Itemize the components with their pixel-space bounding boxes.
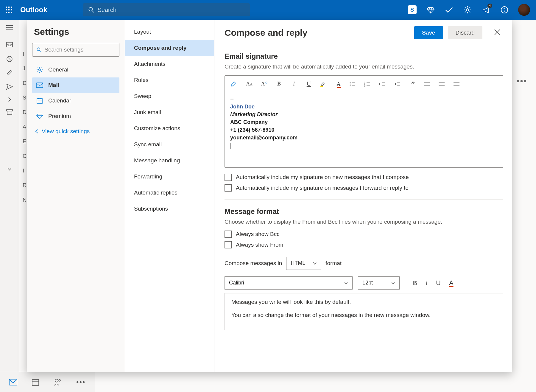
compose-format-dropdown[interactable]: HTML	[286, 257, 321, 270]
svg-point-28	[37, 48, 40, 51]
indent-icon[interactable]	[394, 81, 402, 87]
subnav-message-handling[interactable]: Message handling	[125, 153, 214, 169]
font-color-icon[interactable]: A	[334, 80, 343, 87]
outdent-icon[interactable]	[379, 81, 387, 87]
bold-icon[interactable]: B	[275, 81, 283, 87]
category-calendar[interactable]: Calendar	[32, 93, 119, 108]
bottom-app-bar: •••	[0, 372, 95, 392]
close-icon[interactable]	[494, 29, 502, 37]
subnav-customize-actions[interactable]: Customize actions	[125, 120, 214, 136]
subnav-junk-email[interactable]: Junk email	[125, 104, 214, 120]
default-underline-icon[interactable]: U	[436, 279, 441, 287]
checkbox-show-bcc[interactable]: Always show Bcc	[225, 231, 503, 238]
help-icon[interactable]: ?	[500, 5, 509, 15]
svg-rect-38	[320, 86, 323, 87]
subnav-sweep[interactable]: Sweep	[125, 88, 214, 104]
svg-rect-21	[9, 379, 17, 385]
checkbox-icon[interactable]	[225, 184, 232, 192]
svg-rect-0	[6, 7, 7, 8]
signature-textarea[interactable]: -- John Doe Marketing Director ABC Compa…	[225, 92, 503, 167]
subnav-forwarding[interactable]: Forwarding	[125, 169, 214, 185]
svg-rect-20	[7, 111, 12, 115]
message-format-desc: Choose whether to display the From and B…	[225, 219, 503, 225]
svg-rect-32	[37, 99, 42, 103]
blocked-icon[interactable]	[6, 55, 13, 63]
settings-search[interactable]	[32, 43, 119, 57]
category-mail[interactable]: Mail	[32, 77, 119, 93]
default-italic-icon[interactable]: I	[426, 279, 428, 287]
subnav-layout[interactable]: Layout	[125, 24, 214, 40]
format-painter-icon[interactable]	[230, 81, 239, 87]
numbered-list-icon[interactable]: 123	[364, 81, 373, 87]
chevron-left-icon	[35, 129, 39, 134]
app-launcher-icon[interactable]	[3, 4, 15, 16]
global-search[interactable]	[83, 3, 250, 16]
sig-company: ABC Company	[230, 118, 498, 126]
more-actions-icon[interactable]: •••	[517, 76, 527, 86]
subnav-attachments[interactable]: Attachments	[125, 56, 214, 72]
calendar-app-icon[interactable]	[32, 378, 39, 386]
category-general[interactable]: General	[32, 62, 119, 77]
brand-label[interactable]: Outlook	[20, 6, 47, 14]
drafts-icon[interactable]	[6, 70, 13, 76]
font-family-icon[interactable]: AA	[245, 81, 253, 87]
checkbox-include-forward[interactable]: Automatically include my signature on me…	[225, 184, 503, 192]
sig-email: your.email@company.com	[230, 134, 498, 141]
svg-line-29	[40, 50, 41, 52]
font-size-icon[interactable]: A◇	[260, 81, 268, 87]
font-size-dropdown[interactable]: 12pt	[358, 276, 400, 290]
skype-icon[interactable]: S	[407, 5, 417, 15]
underline-icon[interactable]: U	[305, 80, 313, 87]
chevron-down-icon[interactable]	[7, 167, 12, 171]
content-title: Compose and reply	[225, 28, 307, 38]
subnav-rules[interactable]: Rules	[125, 72, 214, 88]
subnav-sync-email[interactable]: Sync email	[125, 136, 214, 153]
topbar-right: S 4 ?	[407, 4, 533, 16]
settings-gear-icon[interactable]	[463, 5, 472, 15]
svg-rect-7	[8, 12, 10, 13]
format-preview: Messages you write will look like this b…	[225, 293, 503, 330]
expand-icon[interactable]	[7, 97, 12, 102]
archive-icon[interactable]	[6, 109, 13, 116]
inbox-icon[interactable]	[6, 42, 13, 48]
align-right-icon[interactable]	[454, 82, 462, 86]
checkbox-icon[interactable]	[225, 174, 232, 181]
subnav-automatic-replies[interactable]: Automatic replies	[125, 185, 214, 201]
save-button[interactable]: Save	[414, 26, 443, 39]
more-apps-icon[interactable]: •••	[76, 378, 85, 386]
bullet-list-icon[interactable]	[349, 81, 358, 87]
align-left-icon[interactable]	[424, 82, 432, 86]
default-bold-icon[interactable]: B	[413, 279, 417, 287]
content-scroll[interactable]: Email signature Create a signature that …	[214, 45, 512, 342]
discard-button[interactable]: Discard	[448, 26, 482, 39]
category-premium[interactable]: Premium	[32, 108, 119, 124]
people-app-icon[interactable]	[54, 378, 62, 386]
sent-icon[interactable]	[6, 83, 13, 90]
svg-point-39	[350, 82, 351, 83]
font-family-dropdown[interactable]: Calibri	[225, 276, 353, 290]
checkbox-show-from[interactable]: Always show From	[225, 241, 503, 248]
highlight-icon[interactable]	[320, 81, 328, 87]
align-center-icon[interactable]	[439, 82, 447, 86]
chevron-down-icon	[391, 281, 395, 284]
diamond-icon[interactable]	[426, 5, 435, 15]
quote-icon[interactable]: ”	[409, 80, 417, 88]
subnav-compose-reply[interactable]: Compose and reply	[125, 40, 214, 56]
hamburger-icon[interactable]	[6, 25, 13, 35]
checkbox-icon[interactable]	[225, 241, 232, 248]
todo-icon[interactable]	[444, 5, 454, 15]
italic-icon[interactable]: I	[290, 81, 298, 87]
sig-title: Marketing Director	[230, 111, 498, 118]
settings-search-input[interactable]	[44, 46, 115, 53]
default-font-color-icon[interactable]: A	[449, 279, 454, 287]
subnav-subscriptions[interactable]: Subscriptions	[125, 201, 214, 217]
global-search-input[interactable]	[97, 7, 244, 13]
account-avatar[interactable]	[518, 4, 530, 16]
megaphone-icon[interactable]: 4	[481, 5, 491, 15]
svg-rect-6	[6, 12, 7, 13]
signature-toolbar: AA A◇ B I U A 123 ”	[225, 76, 503, 92]
view-quick-settings-link[interactable]: View quick settings	[32, 124, 119, 139]
checkbox-include-new[interactable]: Automatically include my signature on ne…	[225, 174, 503, 181]
mail-app-icon[interactable]	[9, 379, 17, 385]
checkbox-icon[interactable]	[225, 231, 232, 238]
